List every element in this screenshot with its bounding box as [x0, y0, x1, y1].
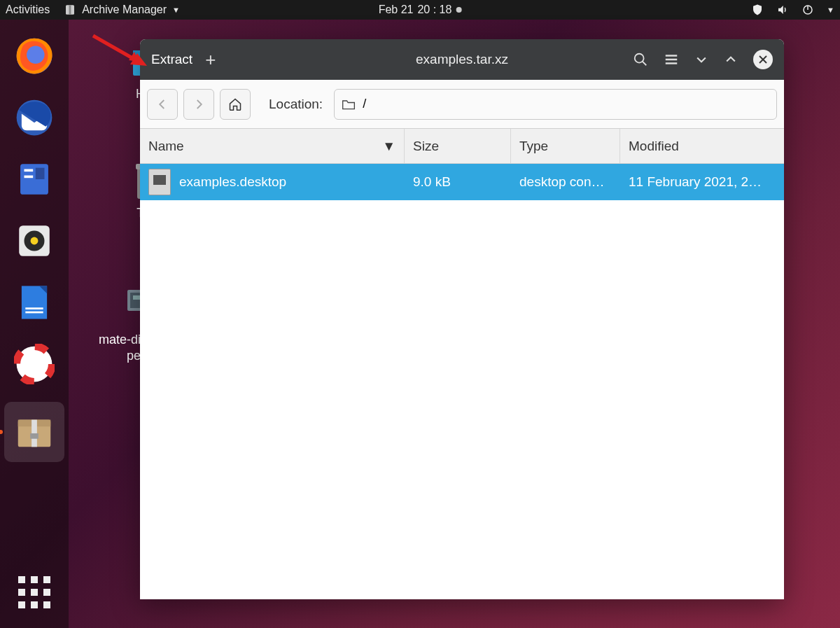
column-headers: Name ▼ Size Type Modified — [140, 129, 784, 164]
hamburger-menu-icon[interactable] — [664, 52, 679, 67]
window-title: examples.tar.xz — [416, 52, 508, 67]
svg-rect-9 — [24, 176, 34, 179]
dock — [0, 20, 69, 628]
location-path: / — [363, 97, 366, 111]
chevron-down-icon[interactable] — [694, 53, 708, 67]
svg-rect-31 — [133, 295, 140, 300]
svg-rect-17 — [25, 312, 43, 314]
activities-button[interactable]: Activities — [6, 4, 50, 16]
top-panel: Activities Archive Manager ▼ Feb 21 20 :… — [0, 0, 840, 20]
time-label: 20 : 18 — [417, 4, 451, 16]
svg-line-34 — [643, 62, 647, 66]
clock[interactable]: Feb 21 20 : 18 — [379, 4, 462, 16]
search-icon[interactable] — [633, 52, 648, 67]
svg-rect-10 — [36, 168, 45, 179]
power-icon[interactable] — [802, 4, 814, 16]
app-name-label: Archive Manager — [82, 4, 167, 16]
dock-libreoffice[interactable] — [10, 279, 58, 326]
location-label: Location: — [269, 97, 323, 112]
chevron-up-icon[interactable] — [724, 53, 738, 67]
toolbar: Location: / — [140, 80, 784, 129]
app-menu[interactable]: Archive Manager ▼ — [64, 4, 180, 16]
notification-dot-icon — [456, 7, 461, 13]
dock-firefox[interactable] — [10, 32, 58, 80]
close-button[interactable] — [753, 50, 773, 69]
column-type[interactable]: Type — [511, 129, 620, 163]
location-input[interactable]: / — [334, 89, 777, 120]
column-size[interactable]: Size — [405, 129, 511, 163]
dock-files[interactable] — [10, 155, 58, 203]
svg-rect-8 — [24, 169, 34, 172]
folder-icon — [342, 98, 356, 111]
add-files-button[interactable]: + — [205, 49, 216, 71]
svg-point-13 — [31, 237, 38, 245]
date-label: Feb 21 — [379, 4, 414, 16]
column-modified[interactable]: Modified — [620, 129, 784, 163]
file-row[interactable]: examples.desktop 9.0 kB desktop con… 11 … — [140, 164, 784, 200]
file-modified: 11 February 2021, 2… — [620, 174, 784, 190]
file-list: examples.desktop 9.0 kB desktop con… 11 … — [140, 164, 784, 200]
svg-point-18 — [17, 347, 52, 382]
chevron-down-icon: ▼ — [172, 6, 180, 14]
dock-archive-manager[interactable] — [4, 402, 64, 462]
close-icon — [758, 55, 768, 64]
column-name[interactable]: Name ▼ — [140, 129, 405, 163]
home-button[interactable] — [220, 89, 251, 120]
svg-rect-1 — [69, 5, 71, 15]
forward-button — [183, 89, 214, 120]
show-applications-button[interactable] — [18, 576, 50, 608]
archive-app-icon — [64, 4, 76, 16]
dock-rhythmbox[interactable] — [10, 217, 58, 265]
dock-help[interactable] — [10, 340, 58, 388]
file-size: 9.0 kB — [405, 174, 511, 190]
sort-indicator-icon: ▼ — [382, 139, 396, 154]
svg-rect-23 — [30, 433, 38, 439]
system-menu-chevron-icon[interactable]: ▼ — [827, 6, 834, 14]
titlebar[interactable]: Extract + examples.tar.xz — [140, 39, 784, 80]
svg-point-5 — [27, 46, 44, 64]
file-type: desktop con… — [511, 174, 620, 190]
svg-rect-16 — [25, 307, 43, 309]
shield-icon[interactable] — [751, 4, 764, 16]
volume-icon[interactable] — [776, 4, 789, 16]
file-icon — [148, 169, 171, 195]
dock-thunderbird[interactable] — [10, 94, 58, 141]
back-button — [147, 89, 178, 120]
file-name: examples.desktop — [179, 174, 286, 190]
svg-point-33 — [635, 54, 644, 63]
svg-rect-14 — [22, 286, 47, 319]
extract-button[interactable]: Extract — [151, 52, 192, 67]
archive-manager-window: Extract + examples.tar.xz Location: / Na… — [140, 39, 784, 599]
